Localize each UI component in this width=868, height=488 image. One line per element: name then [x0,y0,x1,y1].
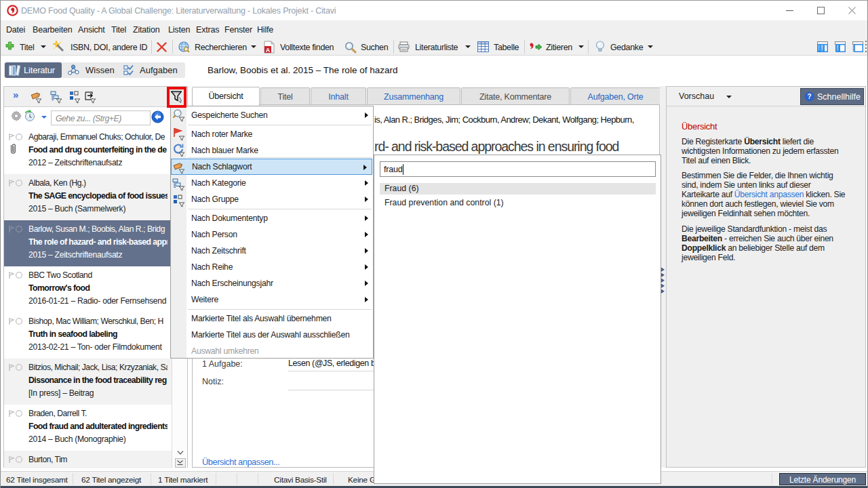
svg-text:?: ? [807,93,811,100]
svg-text:A: A [266,47,271,54]
